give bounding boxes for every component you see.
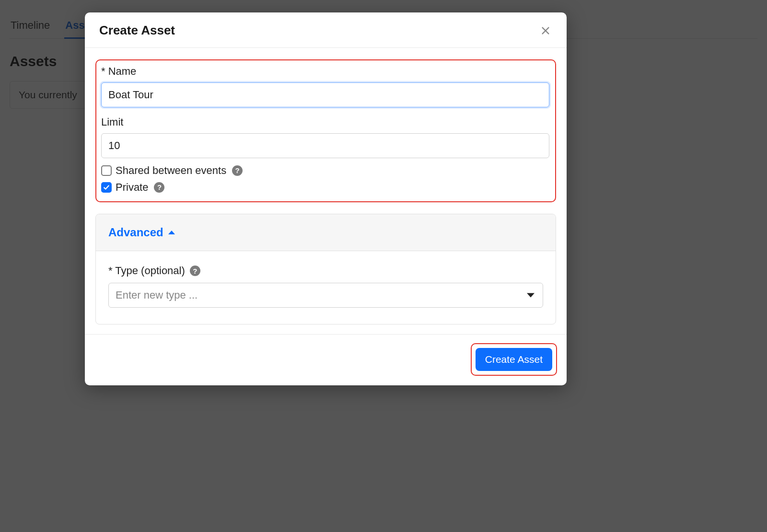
shared-checkbox[interactable] [101,165,112,176]
private-row: Private ? [101,179,549,196]
modal-footer: Create Asset [85,334,567,385]
check-icon [103,184,110,191]
help-icon[interactable]: ? [190,266,200,276]
required-fields-highlight: * Name Limit Shared between events ? Pri… [95,59,556,202]
limit-label: Limit [101,116,549,128]
name-input[interactable] [101,82,549,107]
shared-label: Shared between events [116,162,226,179]
submit-highlight: Create Asset [471,343,557,376]
type-label: * Type (optional) [108,265,185,277]
create-asset-button[interactable]: Create Asset [476,348,552,371]
close-icon [540,25,551,36]
modal-title: Create Asset [99,23,175,38]
caret-up-icon [168,231,175,234]
name-label: * Name [101,65,549,78]
advanced-title: Advanced [108,226,163,239]
chevron-down-icon [527,293,535,298]
limit-input[interactable] [101,133,549,158]
close-button[interactable] [539,24,552,37]
shared-between-events-row: Shared between events ? [101,162,549,179]
private-label: Private [116,179,148,196]
type-select-value: Enter new type ... [108,283,543,308]
type-select[interactable]: Enter new type ... [108,283,543,308]
modal-header: Create Asset [85,12,567,48]
advanced-toggle[interactable]: Advanced [96,214,556,251]
modal-body: * Name Limit Shared between events ? Pri… [85,48,567,334]
help-icon[interactable]: ? [154,182,164,193]
advanced-body: * Type (optional) ? Enter new type ... [96,251,556,324]
advanced-panel: Advanced * Type (optional) ? Enter new t… [95,214,556,324]
help-icon[interactable]: ? [232,165,243,176]
private-checkbox[interactable] [101,182,112,193]
create-asset-modal: Create Asset * Name Limit Shared between… [85,12,567,385]
